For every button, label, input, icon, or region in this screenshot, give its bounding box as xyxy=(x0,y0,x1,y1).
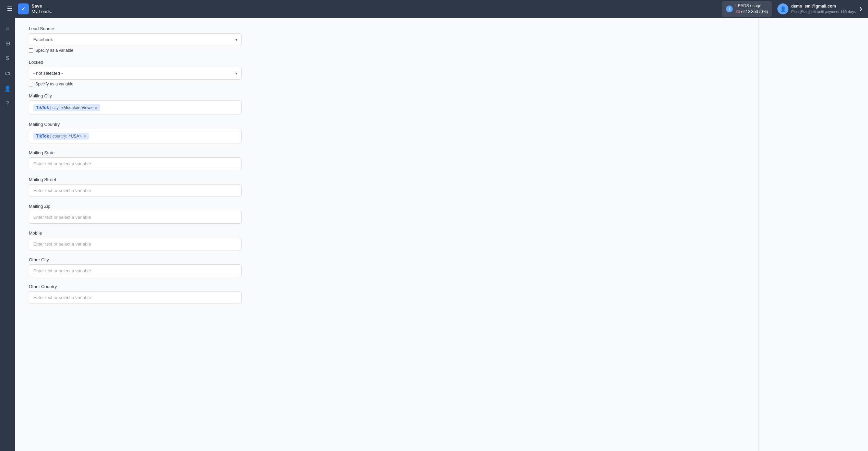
other-city-group: Other City xyxy=(29,257,242,277)
header-right: i LEADS usage: 33 of 13'850 (0%) 👤 demo_… xyxy=(722,1,863,17)
mobile-input[interactable] xyxy=(29,238,242,250)
mailing-street-label: Mailing Street xyxy=(29,177,242,182)
lead-source-select[interactable]: Facebook xyxy=(29,33,242,46)
locked-variable-checkbox[interactable] xyxy=(29,82,33,86)
other-country-label: Other Country xyxy=(29,284,242,289)
other-country-input[interactable] xyxy=(29,291,242,304)
locked-group: Locked - not selected - ▾ Specify as a v… xyxy=(29,60,242,86)
user-menu[interactable]: 👤 demo_sml@gmail.com Plan |Start| left u… xyxy=(777,3,863,14)
mailing-country-input[interactable]: TikTok | country: «USA» × xyxy=(29,129,242,143)
lead-source-variable-checkbox[interactable] xyxy=(29,48,33,53)
other-city-input[interactable] xyxy=(29,264,242,277)
leads-usage-text: LEADS usage: 33 of 13'850 (0%) xyxy=(736,3,768,15)
header-left: ☰ ✓ Save My Leads. xyxy=(5,3,52,14)
hamburger-button[interactable]: ☰ xyxy=(5,4,14,14)
lead-source-group: Lead Source Facebook ▾ Specify as a vari… xyxy=(29,26,242,53)
mailing-city-tag: TikTok | city: «Mountain View» × xyxy=(33,104,100,111)
mailing-city-tag-close[interactable]: × xyxy=(95,106,97,110)
mailing-country-label: Mailing Country xyxy=(29,122,242,127)
mailing-zip-input[interactable] xyxy=(29,211,242,224)
mailing-city-group: Mailing City TikTok | city: «Mountain Vi… xyxy=(29,93,242,115)
mailing-country-group: Mailing Country TikTok | country: «USA» … xyxy=(29,122,242,143)
locked-label: Locked xyxy=(29,60,242,65)
sidebar: ⌂ ⊞ $ 🗂 👤 ? xyxy=(0,18,15,451)
main-layout: ⌂ ⊞ $ 🗂 👤 ? Lead Source Facebook ▾ Speci… xyxy=(0,18,868,451)
form-section: Lead Source Facebook ▾ Specify as a vari… xyxy=(29,26,242,304)
locked-select-wrapper: - not selected - ▾ xyxy=(29,67,242,80)
sidebar-item-profile[interactable]: 👤 xyxy=(1,82,14,95)
mailing-state-input[interactable] xyxy=(29,157,242,170)
mailing-country-tag-close[interactable]: × xyxy=(84,134,86,139)
mailing-zip-label: Mailing Zip xyxy=(29,204,242,209)
user-text: demo_sml@gmail.com Plan |Start| left unt… xyxy=(791,3,856,14)
sidebar-item-integrations[interactable]: ⊞ xyxy=(1,37,14,49)
right-panel xyxy=(758,18,868,451)
lead-source-label: Lead Source xyxy=(29,26,242,31)
lead-source-select-wrapper: Facebook ▾ xyxy=(29,33,242,46)
sidebar-item-billing[interactable]: $ xyxy=(1,52,14,64)
logo: ✓ Save My Leads. xyxy=(18,3,52,14)
mailing-country-tag: TikTok | country: «USA» × xyxy=(33,133,89,140)
content-area: Lead Source Facebook ▾ Specify as a vari… xyxy=(15,18,758,451)
logo-text: Save My Leads. xyxy=(32,3,52,14)
info-icon: i xyxy=(726,5,733,12)
other-country-group: Other Country xyxy=(29,284,242,304)
mobile-group: Mobile xyxy=(29,230,242,250)
mailing-state-label: Mailing State xyxy=(29,150,242,155)
mailing-city-label: Mailing City xyxy=(29,93,242,98)
locked-variable-checkbox-label[interactable]: Specify as a variable xyxy=(29,82,242,86)
locked-select[interactable]: - not selected - xyxy=(29,67,242,80)
sidebar-item-services[interactable]: 🗂 xyxy=(1,67,14,80)
mailing-zip-group: Mailing Zip xyxy=(29,204,242,224)
header: ☰ ✓ Save My Leads. i LEADS usage: 33 of … xyxy=(0,0,868,18)
lead-source-variable-checkbox-label[interactable]: Specify as a variable xyxy=(29,48,242,53)
mailing-state-group: Mailing State xyxy=(29,150,242,170)
mailing-street-group: Mailing Street xyxy=(29,177,242,197)
sidebar-item-help[interactable]: ? xyxy=(1,97,14,110)
logo-icon: ✓ xyxy=(18,3,29,14)
sidebar-item-home[interactable]: ⌂ xyxy=(1,22,14,34)
mailing-city-input[interactable]: TikTok | city: «Mountain View» × xyxy=(29,100,242,115)
mobile-label: Mobile xyxy=(29,230,242,236)
user-avatar: 👤 xyxy=(777,3,788,14)
leads-usage-widget: i LEADS usage: 33 of 13'850 (0%) xyxy=(722,1,772,17)
chevron-down-icon: ❯ xyxy=(859,7,863,11)
mailing-street-input[interactable] xyxy=(29,184,242,197)
other-city-label: Other City xyxy=(29,257,242,262)
